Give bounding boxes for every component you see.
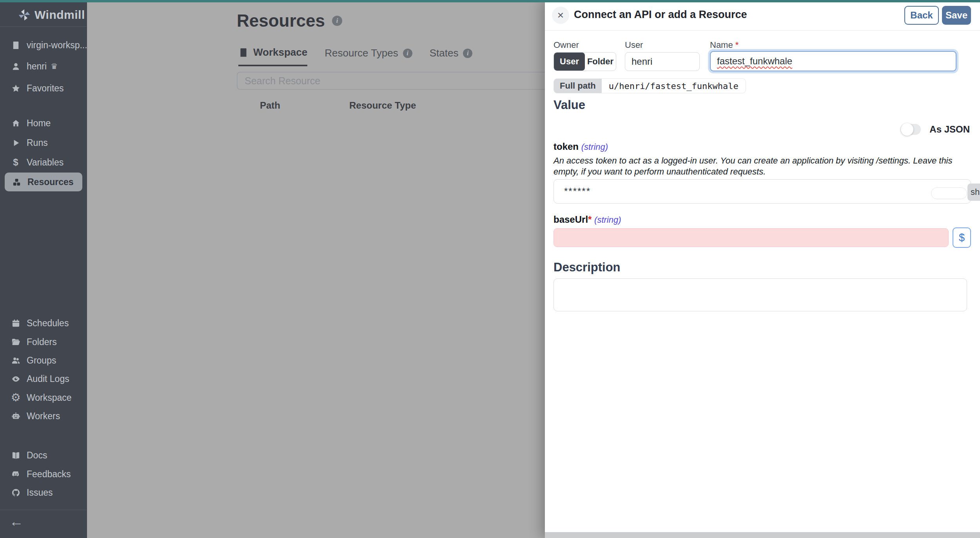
sidebar-item-folders[interactable]: Folders [0, 334, 87, 350]
building-icon [11, 40, 20, 50]
description-textarea[interactable] [554, 278, 967, 311]
calendar-icon [11, 318, 20, 328]
token-field-name: token (string) [554, 141, 608, 152]
as-json-toggle[interactable] [900, 124, 921, 135]
sidebar-item-label: Resources [27, 177, 74, 187]
github-icon [11, 488, 20, 497]
close-button[interactable]: × [552, 7, 569, 24]
owner-user-input[interactable] [625, 52, 700, 71]
sidebar-item-label: Schedules [27, 318, 69, 329]
page-title: Resources [237, 11, 325, 31]
show-password-button[interactable]: sh [967, 184, 980, 201]
token-name-text: token [554, 141, 579, 152]
token-description: An access token to act as a logged-in us… [554, 155, 964, 177]
sidebar-item-runs[interactable]: Runs [0, 134, 87, 151]
tab-label: Workspace [253, 46, 307, 58]
sidebar-item-workers[interactable]: Workers [0, 408, 87, 424]
workspace-name: virgin-worksp... [27, 40, 87, 51]
sidebar-item-groups[interactable]: Groups [0, 352, 87, 369]
owner-kind-toggle: User Folder [554, 52, 616, 71]
sidebar: Windmill virgin-worksp... henri ♛ Favori… [0, 0, 87, 538]
resource-name-input[interactable]: fastest_funkwhale [710, 51, 956, 71]
token-input[interactable]: ****** [554, 179, 971, 204]
sidebar-item-label: Workers [27, 411, 60, 422]
building-icon [238, 47, 249, 58]
full-path-label: Full path [554, 79, 602, 93]
info-icon[interactable]: i [332, 16, 342, 26]
info-icon: i [403, 49, 412, 58]
sidebar-item-label: Issues [27, 487, 53, 498]
sidebar-item-label: Workspace [27, 393, 72, 403]
value-section-heading: Value [554, 98, 585, 112]
sidebar-item-variables[interactable]: $ Variables [0, 154, 87, 171]
owner-label: Owner [554, 40, 579, 50]
baseurl-name-text: baseUrl [554, 214, 588, 225]
required-asterisk: * [588, 214, 592, 225]
sidebar-item-label: Audit Logs [27, 374, 69, 384]
drawer-header: × Connect an API or add a Resource Back … [545, 0, 980, 31]
user-label: User [625, 40, 643, 50]
baseurl-input[interactable] [554, 228, 949, 247]
sidebar-item-label: Variables [27, 157, 64, 168]
as-json-label: As JSON [929, 124, 970, 135]
sidebar-item-label: Feedbacks [27, 469, 71, 480]
save-button[interactable]: Save [942, 6, 971, 25]
drawer-title: Connect an API or add a Resource [574, 9, 747, 21]
sidebar-item-label: Folders [27, 337, 57, 347]
sidebar-item-feedbacks[interactable]: Feedbacks [0, 466, 87, 482]
required-asterisk: * [735, 40, 739, 50]
robot-icon [11, 411, 20, 421]
collapse-sidebar-button[interactable]: ← [9, 514, 24, 529]
sidebar-divider [0, 26, 87, 27]
tab-states[interactable]: States i [430, 46, 473, 66]
dollar-icon: $ [11, 158, 20, 167]
info-icon: i [463, 49, 472, 58]
tab-workspace[interactable]: Workspace [238, 46, 307, 66]
windmill-logo[interactable]: Windmill [0, 4, 87, 26]
arrow-left-icon: ← [9, 513, 24, 529]
tab-resource-types[interactable]: Resource Types i [325, 46, 412, 66]
sidebar-item-issues[interactable]: Issues [0, 484, 87, 501]
description-heading: Description [554, 260, 621, 274]
boxes-icon [12, 177, 21, 187]
sidebar-item-docs[interactable]: Docs [0, 447, 87, 463]
play-icon [11, 138, 20, 147]
token-masked-value: ****** [564, 186, 591, 197]
users-icon [11, 356, 20, 365]
workspace-selector[interactable]: virgin-worksp... [0, 37, 87, 53]
baseurl-field-name: baseUrl* (string) [554, 214, 621, 225]
back-button[interactable]: Back [904, 6, 939, 25]
sidebar-item-schedules[interactable]: Schedules [0, 315, 87, 331]
eye-icon [11, 374, 20, 384]
full-path-value: u/henri/fastest_funkwhale [602, 79, 746, 93]
sidebar-item-label: Runs [27, 138, 48, 148]
sidebar-item-label: Home [27, 118, 51, 129]
app-window: Windmill virgin-worksp... henri ♛ Favori… [0, 0, 980, 538]
resource-name-value: fastest_funkwhale [717, 56, 792, 67]
discord-icon [11, 469, 20, 479]
password-reveal-pill[interactable] [931, 187, 967, 199]
sidebar-divider [0, 510, 87, 510]
person-icon [11, 62, 20, 71]
owner-folder-option[interactable]: Folder [585, 53, 616, 71]
full-path: Full path u/henri/fastest_funkwhale [554, 78, 746, 93]
sidebar-item-resources[interactable]: Resources [5, 173, 82, 191]
user-menu[interactable]: henri ♛ [0, 58, 87, 75]
favorites-label: Favorites [27, 83, 64, 94]
sidebar-item-favorites[interactable]: Favorites [0, 80, 87, 96]
token-type-text: (string) [581, 142, 608, 152]
variable-picker-button[interactable]: $ [953, 227, 971, 248]
sidebar-item-home[interactable]: Home [0, 115, 87, 131]
owner-user-option[interactable]: User [554, 53, 585, 71]
app-title: Windmill [34, 8, 85, 22]
windmill-logo-icon [17, 8, 31, 22]
toggle-knob [901, 123, 913, 136]
gear-icon: ⚙ [11, 393, 20, 402]
dollar-icon: $ [959, 232, 965, 244]
folder-icon [11, 337, 20, 347]
horizontal-scrollbar[interactable] [545, 532, 980, 538]
sidebar-item-workspace[interactable]: ⚙ Workspace [0, 389, 87, 406]
sidebar-item-audit-logs[interactable]: Audit Logs [0, 371, 87, 387]
home-icon [11, 118, 20, 128]
resources-tabs: Workspace Resource Types i States i [238, 46, 472, 66]
